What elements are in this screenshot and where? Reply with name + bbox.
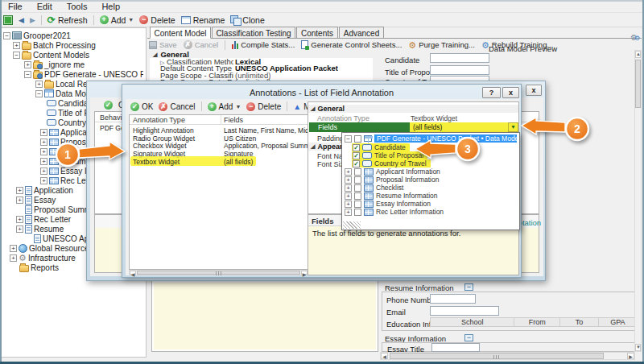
fields-value[interactable]: (all fields) xyxy=(410,122,508,132)
scrollbar-thumb[interactable] xyxy=(390,353,604,359)
scroll-right-icon[interactable]: ▶ xyxy=(627,353,634,359)
dropdown-icon[interactable]: ▼ xyxy=(508,122,518,132)
preview-hscrollbar[interactable]: ◀ ▶ xyxy=(380,352,635,360)
checkbox[interactable] xyxy=(354,192,361,200)
rename-button[interactable]: Rename xyxy=(181,15,225,25)
checkbox[interactable] xyxy=(354,176,361,184)
expand-icon[interactable]: + xyxy=(345,209,352,216)
menu-tools[interactable]: Tools xyxy=(67,2,88,11)
popup-resize-grip[interactable] xyxy=(343,221,361,229)
close-icon[interactable]: x xyxy=(502,87,519,98)
phone-number-input[interactable] xyxy=(430,294,476,304)
expand-icon[interactable]: + xyxy=(16,225,23,233)
popup-item-rec-letter-information[interactable]: +Rec Letter Information xyxy=(345,208,444,216)
add-button[interactable]: +Add▼ xyxy=(208,102,242,111)
popup-item-checklist[interactable]: +Checklist xyxy=(345,184,403,192)
delete-button[interactable]: −Delete xyxy=(139,15,175,25)
tab-contents[interactable]: Contents xyxy=(296,27,338,39)
padding-name[interactable]: Padding xyxy=(317,134,344,143)
ok-button[interactable]: ✓OK xyxy=(130,102,153,111)
expand-icon[interactable]: + xyxy=(345,168,352,176)
popup-item-resume-information[interactable]: +Resume Information xyxy=(345,192,438,200)
collapse-icon[interactable]: − xyxy=(345,135,352,143)
popup-item-applicant-information[interactable]: +Applicant Information xyxy=(345,168,440,176)
refresh-button[interactable]: ⟳Refresh xyxy=(47,14,88,26)
candidate-input[interactable] xyxy=(430,53,489,63)
scroll-right-icon[interactable]: ▶ xyxy=(301,271,308,275)
popup-item-title-of-proposal[interactable]: ✓Title of Proposal xyxy=(352,151,427,159)
popup-item-essay-information[interactable]: +Essay Information xyxy=(345,200,431,208)
expand-icon[interactable]: + xyxy=(40,158,47,165)
expand-icon[interactable]: + xyxy=(40,148,47,155)
cancel-button[interactable]: ✗Cancel xyxy=(184,40,219,49)
expand-icon[interactable]: + xyxy=(345,201,352,208)
checkbox-checked[interactable]: ✓ xyxy=(353,152,360,159)
save-button[interactable]: Save xyxy=(149,40,177,49)
close-icon[interactable]: x xyxy=(526,85,542,96)
checkbox[interactable] xyxy=(354,184,361,192)
annotation-row-radio[interactable]: Radio Group Widget xyxy=(133,134,195,143)
title-of-proposal-input[interactable] xyxy=(430,65,489,75)
generate-control-sheets-button[interactable]: Generate Control Sheets... xyxy=(301,40,402,49)
scrollbar-thumb[interactable] xyxy=(635,60,641,108)
collapse-icon[interactable]: − xyxy=(13,52,20,59)
expand-icon[interactable]: + xyxy=(40,177,47,184)
tree-item-ignore-me[interactable]: +_ignore me xyxy=(2,60,143,69)
checkbox[interactable] xyxy=(354,209,361,216)
expand-icon[interactable]: + xyxy=(16,216,23,223)
delete-button[interactable]: −Delete xyxy=(246,102,281,111)
expand-icon[interactable]: + xyxy=(345,192,352,200)
expand-icon[interactable]: + xyxy=(40,129,47,136)
expand-icon[interactable]: + xyxy=(24,61,31,68)
list-hscrollbar[interactable]: ◀ ▶ xyxy=(129,270,308,275)
annotation-row-textbox-fields[interactable]: (all fields) xyxy=(224,158,253,166)
expand-icon[interactable]: + xyxy=(13,42,20,49)
collapse-icon[interactable]: − xyxy=(35,90,43,97)
preview-vscrollbar[interactable]: ▲ ▼ xyxy=(634,50,642,352)
tree-item-pdf-generate[interactable]: −PDF Generate - UNESCO Packet xyxy=(2,69,143,79)
annotation-type-name[interactable]: Annotation Type xyxy=(317,114,369,122)
menu-help[interactable]: Help xyxy=(101,2,120,11)
collapse-icon[interactable]: − xyxy=(24,71,31,78)
collapse-essay-button[interactable]: − xyxy=(464,334,473,341)
expand-icon[interactable]: + xyxy=(16,196,23,204)
scroll-left-icon[interactable]: ◀ xyxy=(130,271,136,275)
checkbox-checked[interactable]: ✓ xyxy=(353,144,360,151)
popup-item-country-of-travel[interactable]: ✓Country of Travel xyxy=(352,159,431,168)
purge-training-button[interactable]: ⚙Purge Training... xyxy=(408,40,475,49)
checkbox-checked[interactable]: ✓ xyxy=(353,160,360,168)
annotation-row-highlight[interactable]: Highlight Annotation xyxy=(133,126,194,134)
tab-advanced[interactable]: Advanced xyxy=(339,27,384,39)
menu-file[interactable]: File xyxy=(8,2,23,11)
expand-icon[interactable]: + xyxy=(10,254,17,262)
annotation-row-textbox[interactable]: Textbox Widget xyxy=(133,158,180,166)
tab-content-model[interactable]: Content Model xyxy=(150,27,211,39)
help-icon[interactable]: ? xyxy=(482,87,501,98)
gears-icon[interactable]: ⚙⚙ xyxy=(630,33,640,42)
expand-icon[interactable]: + xyxy=(10,245,17,252)
popup-item-proposal-information[interactable]: +Proposal Information xyxy=(345,176,439,184)
fields-name-selected[interactable]: Fields xyxy=(309,122,410,132)
expand-icon[interactable]: + xyxy=(35,81,43,88)
back-icon[interactable]: ◀ xyxy=(19,16,24,24)
scrollbar-thumb[interactable] xyxy=(137,271,300,275)
expand-icon[interactable]: + xyxy=(345,176,352,184)
popup-item-candidate[interactable]: ✓Candidate xyxy=(352,143,410,151)
compile-stats-button[interactable]: Compile Stats... xyxy=(232,40,295,49)
annotation-row-checkbox[interactable]: Checkbox Widget xyxy=(133,142,187,150)
expand-icon[interactable]: + xyxy=(16,187,23,194)
tree-item-batch-processing[interactable]: +Batch Processing xyxy=(2,40,143,50)
column-header-fields[interactable]: Fields xyxy=(224,116,243,124)
column-header-annotation-type[interactable]: Annotation Type xyxy=(133,116,185,124)
checkbox[interactable] xyxy=(354,201,361,208)
tab-classification-testing[interactable]: Classification Testing xyxy=(212,27,295,39)
scroll-down-icon[interactable]: ▼ xyxy=(635,344,641,351)
scroll-up-icon[interactable]: ▲ xyxy=(635,51,641,58)
essay-title-input[interactable] xyxy=(431,343,480,352)
expand-icon[interactable]: + xyxy=(40,168,47,175)
tree-item-grooper2021[interactable]: −Grooper2021 xyxy=(2,31,143,40)
expand-icon[interactable]: + xyxy=(40,139,47,146)
forward-icon[interactable]: ▶ xyxy=(30,16,35,24)
collapse-icon[interactable]: − xyxy=(3,32,10,39)
tree-item-content-models[interactable]: −Content Models xyxy=(2,50,143,60)
